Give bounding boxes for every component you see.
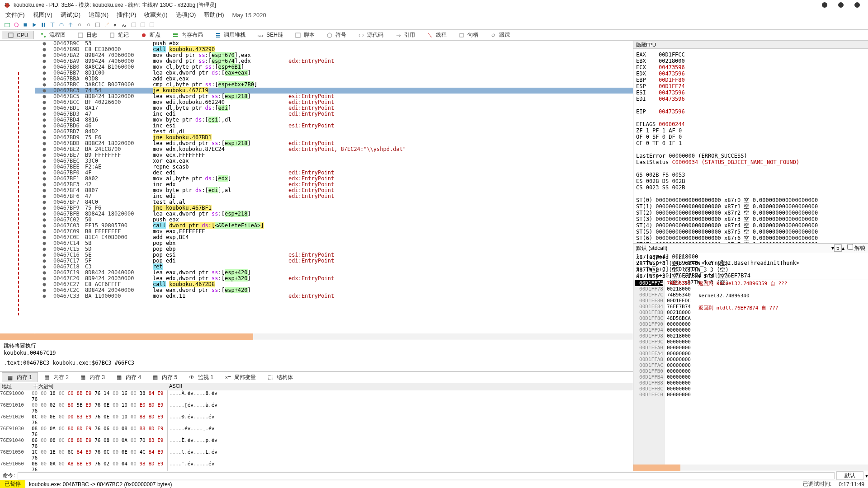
stack-value[interactable]: 00000000 xyxy=(667,368,695,374)
tab-seh[interactable]: SEHSEH链 xyxy=(252,30,288,40)
disasm-row[interactable]: ●00467BF342inc edxedx:EntryPoint xyxy=(35,182,633,188)
disasm-row[interactable]: ●00467BFB8D8424 18020000lea eax,dword pt… xyxy=(35,211,633,217)
disasm-row[interactable]: ●00467BD347inc ediedi:EntryPoint xyxy=(35,111,633,117)
disasm-row[interactable]: ●00467BB78D1C00lea ebx,dword ptr ds:[eax… xyxy=(35,70,633,76)
registers-header[interactable]: 隐藏FPU xyxy=(633,41,868,49)
tab-symbols[interactable]: 符号 xyxy=(321,30,352,40)
stack-value[interactable]: 74B96340 xyxy=(667,292,695,298)
stack-value[interactable]: 00000000 xyxy=(667,321,695,327)
stack-value[interactable]: 48D58BCA xyxy=(667,315,695,321)
dump-row[interactable]: 76E9104006 00 08 00 C8 8D E9 76 08 00 0A… xyxy=(0,437,633,449)
disasm-row[interactable]: ●00467BF48807mov byte ptr ds:[edi],aledi… xyxy=(35,188,633,193)
tab-threads[interactable]: 线程 xyxy=(421,30,452,40)
stack-addr[interactable]: 00D1FF74 xyxy=(635,280,663,286)
stack-addr[interactable]: 00D1FFA8 xyxy=(635,357,663,362)
tab-source[interactable]: 源代码 xyxy=(353,30,389,40)
stack-addr[interactable]: 00D1FF8C xyxy=(635,315,663,321)
disasm-row[interactable]: ●00467BF784C0test al,al xyxy=(35,199,633,205)
stack-addr[interactable]: 00D1FF88 xyxy=(635,310,663,315)
step-into-icon[interactable] xyxy=(49,21,56,28)
stack-value[interactable]: 00000000 xyxy=(667,374,695,380)
disasm-row[interactable]: ●00467C0E81C4 E40B0000add esp,BE4 xyxy=(35,235,633,240)
tab-script[interactable]: 脚本 xyxy=(289,30,320,40)
stack-addr[interactable]: 00D1FF90 xyxy=(635,321,663,327)
maximize-icon[interactable] xyxy=(838,2,844,8)
step-over-icon[interactable] xyxy=(58,21,65,28)
dump-tab-locals[interactable]: x=局部变量 xyxy=(220,373,261,382)
stack-value[interactable]: 00218000 xyxy=(667,333,695,339)
menu-favorites[interactable]: 收藏夹(I) xyxy=(144,11,167,19)
stack-addr[interactable]: 00D1FF98 xyxy=(635,333,663,339)
disasm-row[interactable]: ●00467BF18A02mov al,byte ptr ds:[edx]edx… xyxy=(35,176,633,182)
settings-icon[interactable] xyxy=(148,21,156,28)
menu-debug[interactable]: 调试(D) xyxy=(61,11,80,19)
patch-icon[interactable] xyxy=(103,21,110,28)
disasm-row[interactable]: ●00467C03FF15 90805700call dword ptr ds:… xyxy=(35,223,633,229)
tab-memmap[interactable]: 内存布局 xyxy=(167,30,208,40)
restart-icon[interactable] xyxy=(13,21,20,28)
stack-value[interactable]: 00218000 xyxy=(667,310,695,315)
dump-tab-mem2[interactable]: ▦内存 2 xyxy=(39,373,74,382)
tab-notes[interactable]: 笔记 xyxy=(104,30,134,40)
disasm-row[interactable]: ●00467BB08A8C24 B1060000mov cl,byte ptr … xyxy=(35,64,633,70)
register-row[interactable]: EDX00473596 xyxy=(636,70,865,77)
tab-refs[interactable]: 引用 xyxy=(390,30,420,40)
disasm-row[interactable]: ●00467BEEF2:AErepne scasb xyxy=(35,164,633,170)
register-row[interactable]: EIP00473596 xyxy=(636,108,865,115)
disasm-row[interactable]: ●00467BCCBF 40226600mov edi,kouboku.6622… xyxy=(35,99,633,105)
register-row[interactable]: EAX00D1FFCC xyxy=(636,52,865,58)
disasm-row[interactable]: ●00467BD646inc esiesi:EntryPoint xyxy=(35,123,633,129)
stack-value[interactable]: 00218000 xyxy=(667,286,695,292)
dump-rows[interactable]: 76E9100000 00 18 00 C0 8B E9 76 14 00 16… xyxy=(0,390,633,471)
open-icon[interactable] xyxy=(4,21,11,28)
trace-into-icon[interactable] xyxy=(76,21,83,28)
stack-addr[interactable]: 00D1FF9C xyxy=(635,339,663,345)
stack-addr[interactable]: 00D1FFB8 xyxy=(635,380,663,386)
stop-icon[interactable] xyxy=(22,21,29,28)
menu-file[interactable]: 文件(F) xyxy=(5,11,25,19)
dump-tab-mem3[interactable]: ▦内存 3 xyxy=(75,373,110,382)
stack-addr[interactable]: 00D1FF84 xyxy=(635,304,663,310)
stack-value[interactable]: 00000000 xyxy=(667,362,695,368)
tab-callstack[interactable]: 调用堆栈 xyxy=(209,30,251,40)
stack-addr[interactable]: 00D1FFA4 xyxy=(635,351,663,357)
disassembly-view[interactable]: ●00467B9C53push ebx●00467B9DE8 EEB60000c… xyxy=(0,41,633,333)
tab-handles[interactable]: 句柄 xyxy=(453,30,484,40)
disasm-row[interactable]: ●00467BF04Fdec ediedi:EntryPoint xyxy=(35,170,633,176)
menu-options[interactable]: 选项(O) xyxy=(176,11,196,19)
dump-tab-struct[interactable]: ⬚结构体 xyxy=(262,373,298,382)
command-input[interactable] xyxy=(18,472,835,479)
disasm-row[interactable]: ●00467BE2BA 24EC8700mov edx,kouboku.87EC… xyxy=(35,146,633,152)
stack-view[interactable]: 00D1FF7400D1FF7800D1FF7C00D1FF8000D1FF84… xyxy=(633,280,868,465)
disasm-row[interactable]: ●00467BD18A17mov dl,byte ptr ds:[edi]edi… xyxy=(35,105,633,111)
register-row[interactable]: EBX00218000 xyxy=(636,58,865,64)
cmd-default-selector[interactable]: 默认 xyxy=(836,471,863,480)
menu-plugins[interactable]: 插件(P) xyxy=(117,11,136,19)
dump-tab-mem1[interactable]: ▦内存 1 xyxy=(2,372,38,382)
stack-value[interactable]: 74B96359 xyxy=(667,280,695,286)
disasm-row[interactable]: ●00467BBC3A8C1C B0070000cmp cl,byte ptr … xyxy=(35,82,633,88)
stack-addr[interactable]: 00D1FFC0 xyxy=(635,392,663,398)
pause-icon[interactable] xyxy=(40,21,47,28)
register-row[interactable]: ECX00473596 xyxy=(636,64,865,70)
tab-log[interactable]: 日志 xyxy=(72,30,103,40)
disasm-row[interactable]: ●00467BD48816mov byte ptr ds:[esi],dl xyxy=(35,117,633,123)
stack-scrollbar[interactable] xyxy=(633,465,868,471)
stack-addr[interactable]: 00D1FFBC xyxy=(635,386,663,392)
stack-value[interactable]: 00000000 xyxy=(667,351,695,357)
calling-convention[interactable]: 默认 (stdcall) xyxy=(636,244,831,252)
minimize-icon[interactable] xyxy=(822,2,827,8)
dump-tab-mem5[interactable]: ▦内存 5 xyxy=(147,373,183,382)
dump-row[interactable]: 76E9106008 00 0A 00 A8 8B E9 76 02 00 04… xyxy=(0,461,633,471)
tab-cpu[interactable]: CPU xyxy=(2,31,34,39)
dump-tab-mem4[interactable]: ▦内存 4 xyxy=(111,373,146,382)
dump-row[interactable]: 76E910501C 00 1E 00 6C 84 E9 76 0C 00 0E… xyxy=(0,449,633,461)
label-icon[interactable]: Az xyxy=(121,21,128,28)
dropdown-icon[interactable]: ▾ xyxy=(865,473,868,479)
goto-icon[interactable] xyxy=(139,21,146,28)
stack-addr[interactable]: 00D1FFB4 xyxy=(635,374,663,380)
register-row[interactable]: EBP00D1FF80 xyxy=(636,77,865,83)
disasm-row[interactable]: ●00467BEC33C0xor eax,eax xyxy=(35,158,633,164)
disasm-row[interactable]: ●00467BD784D2test dl,dl xyxy=(35,129,633,135)
stack-addr[interactable]: 00D1FFA0 xyxy=(635,345,663,351)
